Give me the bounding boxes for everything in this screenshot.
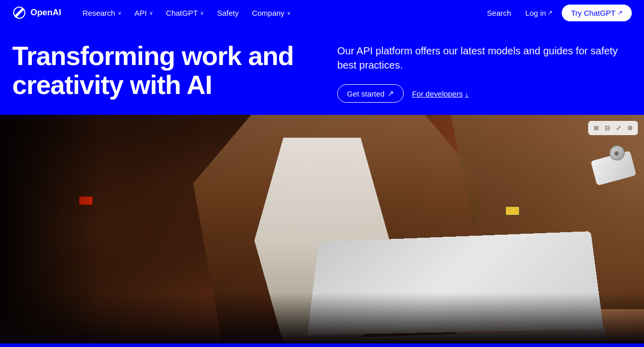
get-started-button[interactable]: Get started ↗ <box>337 84 404 103</box>
try-chatgpt-button[interactable]: Try ChatGPT ↗ <box>562 5 632 21</box>
openai-logo-icon <box>12 6 26 20</box>
chevron-down-icon: ∨ <box>287 10 291 16</box>
login-button[interactable]: Log in ↗ <box>520 6 558 20</box>
hero-title: Transforming work and creativity with AI <box>12 42 307 100</box>
layout-icon[interactable]: ⊟ <box>602 123 613 133</box>
nav-chatgpt[interactable]: ChatGPT ∨ <box>161 6 209 20</box>
chevron-down-icon: ∨ <box>149 10 153 16</box>
nav-research[interactable]: Research ∨ <box>77 6 126 20</box>
nav-links: Research ∨ API ∨ ChatGPT ∨ Safety Compan… <box>77 6 481 20</box>
overlay-bottom <box>0 293 644 343</box>
hero-buttons: Get started ↗ For developers ↓ <box>337 84 632 103</box>
hero-left: Transforming work and creativity with AI <box>12 42 307 100</box>
search-button[interactable]: Search <box>482 6 517 20</box>
chevron-down-icon: ∨ <box>118 10 121 16</box>
phone-dot <box>615 151 619 155</box>
nav-company[interactable]: Company ∨ <box>247 6 296 20</box>
for-developers-button[interactable]: For developers ↓ <box>412 89 469 98</box>
grid-icon[interactable]: ⊞ <box>591 123 601 133</box>
hero-image: ⊞ ⊟ ⤢ ⚙ <box>0 115 644 343</box>
hero-section: Transforming work and creativity with AI… <box>0 25 644 115</box>
image-toolbar: ⊞ ⊟ ⤢ ⚙ <box>588 121 638 135</box>
navbar: OpenAI Research ∨ API ∨ ChatGPT ∨ Safety… <box>0 0 644 25</box>
hero-right: Our API platform offers our latest model… <box>337 42 632 103</box>
chevron-down-icon: ∨ <box>200 10 204 16</box>
nav-safety[interactable]: Safety <box>212 6 244 20</box>
logo[interactable]: OpenAI <box>12 6 61 20</box>
watch-yellow <box>505 206 520 215</box>
nav-right: Search Log in ↗ Try ChatGPT ↗ <box>482 5 632 21</box>
expand-icon[interactable]: ⤢ <box>614 123 624 133</box>
hero-description: Our API platform offers our latest model… <box>337 44 632 72</box>
brand-name: OpenAI <box>30 8 61 18</box>
photo-background <box>0 115 644 343</box>
nav-api[interactable]: API ∨ <box>130 6 158 20</box>
settings-icon[interactable]: ⚙ <box>625 123 635 133</box>
